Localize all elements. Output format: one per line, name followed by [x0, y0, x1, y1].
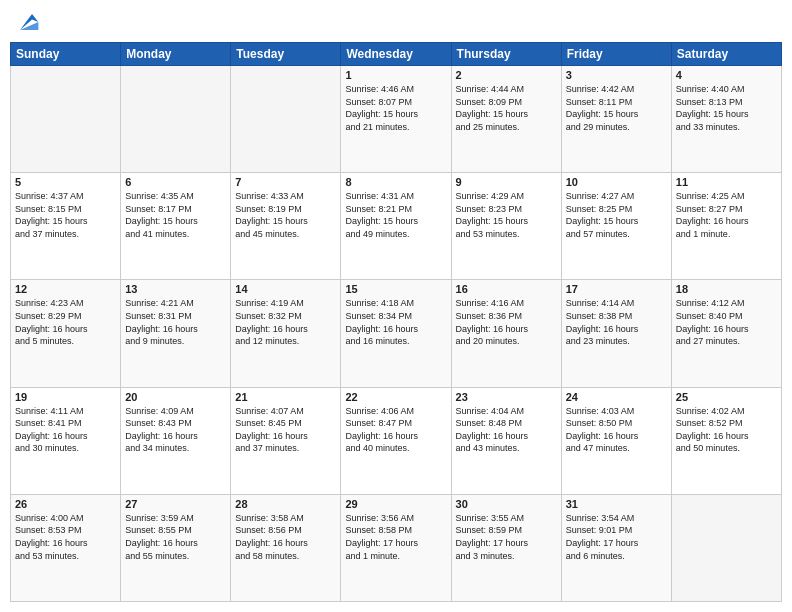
- day-info: Sunrise: 4:27 AM Sunset: 8:25 PM Dayligh…: [566, 190, 667, 240]
- col-header-friday: Friday: [561, 43, 671, 66]
- calendar-week-row: 12Sunrise: 4:23 AM Sunset: 8:29 PM Dayli…: [11, 280, 782, 387]
- day-info: Sunrise: 4:25 AM Sunset: 8:27 PM Dayligh…: [676, 190, 777, 240]
- day-number: 13: [125, 283, 226, 295]
- day-number: 2: [456, 69, 557, 81]
- calendar-cell: 30Sunrise: 3:55 AM Sunset: 8:59 PM Dayli…: [451, 494, 561, 601]
- day-info: Sunrise: 4:00 AM Sunset: 8:53 PM Dayligh…: [15, 512, 116, 562]
- calendar-cell: 27Sunrise: 3:59 AM Sunset: 8:55 PM Dayli…: [121, 494, 231, 601]
- day-number: 25: [676, 391, 777, 403]
- calendar-cell: 5Sunrise: 4:37 AM Sunset: 8:15 PM Daylig…: [11, 173, 121, 280]
- calendar-cell: 12Sunrise: 4:23 AM Sunset: 8:29 PM Dayli…: [11, 280, 121, 387]
- day-number: 19: [15, 391, 116, 403]
- calendar-cell: 16Sunrise: 4:16 AM Sunset: 8:36 PM Dayli…: [451, 280, 561, 387]
- day-info: Sunrise: 3:54 AM Sunset: 9:01 PM Dayligh…: [566, 512, 667, 562]
- col-header-tuesday: Tuesday: [231, 43, 341, 66]
- day-info: Sunrise: 4:46 AM Sunset: 8:07 PM Dayligh…: [345, 83, 446, 133]
- col-header-thursday: Thursday: [451, 43, 561, 66]
- day-number: 23: [456, 391, 557, 403]
- calendar-week-row: 1Sunrise: 4:46 AM Sunset: 8:07 PM Daylig…: [11, 66, 782, 173]
- calendar-cell: 4Sunrise: 4:40 AM Sunset: 8:13 PM Daylig…: [671, 66, 781, 173]
- col-header-sunday: Sunday: [11, 43, 121, 66]
- calendar-cell: 23Sunrise: 4:04 AM Sunset: 8:48 PM Dayli…: [451, 387, 561, 494]
- day-number: 27: [125, 498, 226, 510]
- day-number: 12: [15, 283, 116, 295]
- day-number: 31: [566, 498, 667, 510]
- calendar-cell: [671, 494, 781, 601]
- day-number: 30: [456, 498, 557, 510]
- calendar-cell: 15Sunrise: 4:18 AM Sunset: 8:34 PM Dayli…: [341, 280, 451, 387]
- day-info: Sunrise: 4:07 AM Sunset: 8:45 PM Dayligh…: [235, 405, 336, 455]
- calendar-cell: 17Sunrise: 4:14 AM Sunset: 8:38 PM Dayli…: [561, 280, 671, 387]
- day-info: Sunrise: 4:19 AM Sunset: 8:32 PM Dayligh…: [235, 297, 336, 347]
- svg-marker-1: [20, 22, 38, 30]
- calendar-cell: 6Sunrise: 4:35 AM Sunset: 8:17 PM Daylig…: [121, 173, 231, 280]
- day-number: 28: [235, 498, 336, 510]
- calendar-cell: 26Sunrise: 4:00 AM Sunset: 8:53 PM Dayli…: [11, 494, 121, 601]
- day-number: 18: [676, 283, 777, 295]
- calendar-cell: 13Sunrise: 4:21 AM Sunset: 8:31 PM Dayli…: [121, 280, 231, 387]
- day-number: 14: [235, 283, 336, 295]
- calendar-cell: 25Sunrise: 4:02 AM Sunset: 8:52 PM Dayli…: [671, 387, 781, 494]
- day-info: Sunrise: 3:59 AM Sunset: 8:55 PM Dayligh…: [125, 512, 226, 562]
- calendar-cell: 20Sunrise: 4:09 AM Sunset: 8:43 PM Dayli…: [121, 387, 231, 494]
- calendar-cell: [231, 66, 341, 173]
- calendar-header-row: SundayMondayTuesdayWednesdayThursdayFrid…: [11, 43, 782, 66]
- day-info: Sunrise: 4:03 AM Sunset: 8:50 PM Dayligh…: [566, 405, 667, 455]
- logo-icon: [16, 10, 40, 34]
- col-header-saturday: Saturday: [671, 43, 781, 66]
- calendar-cell: 24Sunrise: 4:03 AM Sunset: 8:50 PM Dayli…: [561, 387, 671, 494]
- day-number: 29: [345, 498, 446, 510]
- day-number: 20: [125, 391, 226, 403]
- day-number: 1: [345, 69, 446, 81]
- day-info: Sunrise: 4:06 AM Sunset: 8:47 PM Dayligh…: [345, 405, 446, 455]
- day-info: Sunrise: 4:42 AM Sunset: 8:11 PM Dayligh…: [566, 83, 667, 133]
- day-info: Sunrise: 4:33 AM Sunset: 8:19 PM Dayligh…: [235, 190, 336, 240]
- day-number: 4: [676, 69, 777, 81]
- day-info: Sunrise: 4:18 AM Sunset: 8:34 PM Dayligh…: [345, 297, 446, 347]
- day-number: 5: [15, 176, 116, 188]
- day-info: Sunrise: 4:04 AM Sunset: 8:48 PM Dayligh…: [456, 405, 557, 455]
- day-info: Sunrise: 4:14 AM Sunset: 8:38 PM Dayligh…: [566, 297, 667, 347]
- day-number: 15: [345, 283, 446, 295]
- day-info: Sunrise: 4:02 AM Sunset: 8:52 PM Dayligh…: [676, 405, 777, 455]
- calendar-cell: 22Sunrise: 4:06 AM Sunset: 8:47 PM Dayli…: [341, 387, 451, 494]
- calendar-week-row: 5Sunrise: 4:37 AM Sunset: 8:15 PM Daylig…: [11, 173, 782, 280]
- day-info: Sunrise: 4:37 AM Sunset: 8:15 PM Dayligh…: [15, 190, 116, 240]
- col-header-wednesday: Wednesday: [341, 43, 451, 66]
- calendar-cell: 21Sunrise: 4:07 AM Sunset: 8:45 PM Dayli…: [231, 387, 341, 494]
- header: [10, 10, 782, 34]
- calendar-cell: 29Sunrise: 3:56 AM Sunset: 8:58 PM Dayli…: [341, 494, 451, 601]
- day-info: Sunrise: 3:58 AM Sunset: 8:56 PM Dayligh…: [235, 512, 336, 562]
- calendar-table: SundayMondayTuesdayWednesdayThursdayFrid…: [10, 42, 782, 602]
- day-number: 16: [456, 283, 557, 295]
- day-info: Sunrise: 4:44 AM Sunset: 8:09 PM Dayligh…: [456, 83, 557, 133]
- day-info: Sunrise: 4:16 AM Sunset: 8:36 PM Dayligh…: [456, 297, 557, 347]
- calendar-cell: [11, 66, 121, 173]
- logo: [14, 10, 40, 34]
- calendar-cell: 7Sunrise: 4:33 AM Sunset: 8:19 PM Daylig…: [231, 173, 341, 280]
- calendar-cell: [121, 66, 231, 173]
- day-info: Sunrise: 4:11 AM Sunset: 8:41 PM Dayligh…: [15, 405, 116, 455]
- day-number: 21: [235, 391, 336, 403]
- day-info: Sunrise: 3:56 AM Sunset: 8:58 PM Dayligh…: [345, 512, 446, 562]
- col-header-monday: Monday: [121, 43, 231, 66]
- calendar-cell: 9Sunrise: 4:29 AM Sunset: 8:23 PM Daylig…: [451, 173, 561, 280]
- day-number: 22: [345, 391, 446, 403]
- day-info: Sunrise: 4:09 AM Sunset: 8:43 PM Dayligh…: [125, 405, 226, 455]
- calendar-week-row: 19Sunrise: 4:11 AM Sunset: 8:41 PM Dayli…: [11, 387, 782, 494]
- day-info: Sunrise: 4:21 AM Sunset: 8:31 PM Dayligh…: [125, 297, 226, 347]
- day-number: 6: [125, 176, 226, 188]
- day-info: Sunrise: 4:31 AM Sunset: 8:21 PM Dayligh…: [345, 190, 446, 240]
- day-info: Sunrise: 3:55 AM Sunset: 8:59 PM Dayligh…: [456, 512, 557, 562]
- calendar-cell: 14Sunrise: 4:19 AM Sunset: 8:32 PM Dayli…: [231, 280, 341, 387]
- day-number: 9: [456, 176, 557, 188]
- calendar-cell: 2Sunrise: 4:44 AM Sunset: 8:09 PM Daylig…: [451, 66, 561, 173]
- calendar-cell: 28Sunrise: 3:58 AM Sunset: 8:56 PM Dayli…: [231, 494, 341, 601]
- day-number: 24: [566, 391, 667, 403]
- calendar-cell: 1Sunrise: 4:46 AM Sunset: 8:07 PM Daylig…: [341, 66, 451, 173]
- calendar-cell: 18Sunrise: 4:12 AM Sunset: 8:40 PM Dayli…: [671, 280, 781, 387]
- calendar-cell: 10Sunrise: 4:27 AM Sunset: 8:25 PM Dayli…: [561, 173, 671, 280]
- page: SundayMondayTuesdayWednesdayThursdayFrid…: [0, 0, 792, 612]
- calendar-cell: 3Sunrise: 4:42 AM Sunset: 8:11 PM Daylig…: [561, 66, 671, 173]
- day-info: Sunrise: 4:29 AM Sunset: 8:23 PM Dayligh…: [456, 190, 557, 240]
